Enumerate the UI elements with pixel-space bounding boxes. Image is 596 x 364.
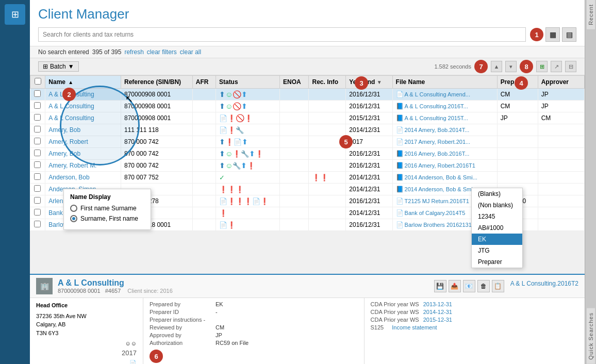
export-btn2[interactable]: ↗ xyxy=(551,61,562,72)
client-name-cell[interactable]: Amery, Robert M. xyxy=(48,162,96,169)
radio-firstname-option[interactable]: First name Surname xyxy=(70,205,144,212)
detail-preparer-id: Preparer ID - xyxy=(150,309,358,315)
row-checkbox[interactable] xyxy=(34,197,41,204)
client-name-cell[interactable]: Anderson, Bob xyxy=(48,174,89,181)
preparer-item-blanks[interactable]: (Blanks) xyxy=(472,188,522,200)
sort-asc-btn[interactable]: ▲ xyxy=(491,61,502,72)
client-name-cell[interactable]: A & L Consulting xyxy=(48,91,94,98)
col-name-header[interactable]: Name ▲ xyxy=(45,76,121,89)
client-since: Client since: 2016 xyxy=(127,288,172,294)
col-checkbox[interactable] xyxy=(30,76,45,89)
client-copy-btn[interactable]: 📋 xyxy=(492,280,504,292)
client-name-cell[interactable]: A & L Consulting xyxy=(48,103,94,110)
col-rec-header[interactable]: Rec. Info xyxy=(309,76,346,89)
row-checkbox[interactable] xyxy=(34,138,41,144)
row-checkbox[interactable] xyxy=(34,150,41,156)
preparer-item-nonblanks[interactable]: (Non blanks) xyxy=(472,200,522,211)
right-sidebar: Recent Quick Searches xyxy=(585,0,596,364)
row-checkbox[interactable] xyxy=(34,126,41,133)
status-cell: ⬆☺🚫⬆ xyxy=(216,101,279,112)
batch-arrow: ▼ xyxy=(68,63,74,70)
approved-by-label: Approved by xyxy=(150,332,211,338)
file-cell: 📄A & L Consulting Amend... xyxy=(392,89,497,101)
client-name-cell[interactable]: Arlen xyxy=(48,197,63,205)
annotation-7: 7 xyxy=(474,60,488,73)
smiley-icons: ☺☺ xyxy=(125,339,137,348)
afr-cell xyxy=(192,101,216,112)
reviewed-by-label: Reviewed by xyxy=(150,324,211,330)
preparer-item-ab1000[interactable]: AB#1000 xyxy=(472,222,522,234)
preparer-dropdown[interactable]: (Blanks) (Non blanks) 12345 AB#1000 EK J… xyxy=(471,188,523,268)
sort-desc-btn[interactable]: ▾ xyxy=(505,61,517,72)
table-wrapper: 3 4 2 Name Display xyxy=(30,75,585,274)
radio-surname-option[interactable]: Surname, First name xyxy=(70,215,144,222)
client-name-cell[interactable]: A & L Consulting xyxy=(48,114,94,122)
client-file-link[interactable]: A & L Consulting.2016T2 xyxy=(510,280,578,292)
radio-firstname-btn[interactable] xyxy=(70,205,77,212)
row-checkbox[interactable] xyxy=(34,161,41,168)
preparer-item-jtg[interactable]: JTG xyxy=(472,245,522,256)
income-statement-link[interactable]: Income statement xyxy=(392,324,437,330)
preparer-item-preparer[interactable]: Preparer xyxy=(472,256,522,268)
enoa-cell xyxy=(280,89,309,101)
address-line1: 37236 35th Ave NW xyxy=(36,312,137,321)
quick-searches-label[interactable]: Quick Searches xyxy=(587,308,595,364)
row-checkbox[interactable] xyxy=(34,102,41,109)
col-enoa-header[interactable]: ENOA xyxy=(280,76,309,89)
cda-label-2: CDA Prior year WS xyxy=(371,309,419,315)
cda-date-3[interactable]: 2015-12-31 xyxy=(423,317,452,323)
clear-filters-link[interactable]: clear filters xyxy=(147,48,177,56)
client-left: Head Office 37236 35th Ave NW Calgary, A… xyxy=(30,298,143,364)
row-checkbox[interactable] xyxy=(34,90,41,97)
grid-view-btn[interactable]: ▦ xyxy=(545,27,560,42)
row-checkbox[interactable] xyxy=(34,221,41,227)
name-sort-arrow: ▲ xyxy=(68,79,73,85)
filter-status: No search entered xyxy=(38,48,89,56)
client-id: #4657 xyxy=(105,288,121,294)
export-excel-btn[interactable]: ⊞ xyxy=(536,61,548,72)
col-ref-header[interactable]: Reference (SIN/BN) xyxy=(121,76,193,89)
client-name-cell[interactable]: Amery, Bob xyxy=(48,126,80,134)
detail-approved-by: Approved by JP xyxy=(150,332,358,338)
status-cell: ⬆☺🚫⬆ xyxy=(216,89,279,101)
clear-all-link[interactable]: clear all xyxy=(180,48,201,56)
col-status-header[interactable]: Status xyxy=(216,76,279,89)
header: Client Manager 1 ▦ ▤ xyxy=(30,0,585,46)
client-name-big: A & L Consulting xyxy=(58,278,173,288)
client-share-btn[interactable]: 📤 xyxy=(449,280,461,292)
card-view-btn[interactable]: ▤ xyxy=(562,27,576,42)
client-name-cell[interactable]: Amery, Bob xyxy=(48,150,80,157)
year-label: 2017 xyxy=(36,348,137,358)
col-prep-header[interactable]: Prep. ▼ xyxy=(497,76,538,89)
client-mail-btn[interactable]: 📧 xyxy=(463,280,475,292)
recent-label[interactable]: Recent xyxy=(587,0,595,29)
approver-cell: JP xyxy=(538,89,584,101)
left-sidebar: ⊞ xyxy=(0,0,30,364)
column-config-btn[interactable]: ⊟ xyxy=(565,61,576,72)
col-afr-header[interactable]: AFR xyxy=(192,76,216,89)
col-approver-header[interactable]: Approver xyxy=(538,76,584,89)
client-details: Head Office 37236 35th Ave NW Calgary, A… xyxy=(30,298,585,364)
select-all-checkbox[interactable] xyxy=(35,78,41,85)
preparer-item-12345[interactable]: 12345 xyxy=(472,211,522,222)
address-line2: Calgary, AB xyxy=(36,320,137,329)
search-input[interactable] xyxy=(38,27,526,42)
sidebar-icon[interactable]: ⊞ xyxy=(5,4,25,25)
refresh-link[interactable]: refresh xyxy=(124,48,143,56)
preparer-item-ek[interactable]: EK xyxy=(472,234,522,245)
row-checkbox[interactable] xyxy=(34,209,41,216)
cda-date-1[interactable]: 2013-12-31 xyxy=(423,301,452,307)
row-checkbox[interactable] xyxy=(34,173,41,180)
row-checkbox[interactable] xyxy=(34,185,41,192)
client-save-btn[interactable]: 💾 xyxy=(434,280,446,292)
rec-cell xyxy=(309,89,346,101)
row-checkbox[interactable] xyxy=(34,114,41,121)
col-year-header[interactable]: Year end ▼ xyxy=(346,76,392,89)
col-file-header[interactable]: File Name xyxy=(392,76,497,89)
client-delete-btn[interactable]: 🗑 xyxy=(477,280,490,292)
client-name-cell[interactable]: Amery, Robert xyxy=(48,138,88,145)
batch-button[interactable]: ⊞ Batch ▼ xyxy=(38,61,79,72)
detail-prepared-by: Prepared by EK xyxy=(150,301,358,307)
radio-surname-btn[interactable] xyxy=(70,215,77,222)
cda-date-2[interactable]: 2014-12-31 xyxy=(423,309,452,315)
